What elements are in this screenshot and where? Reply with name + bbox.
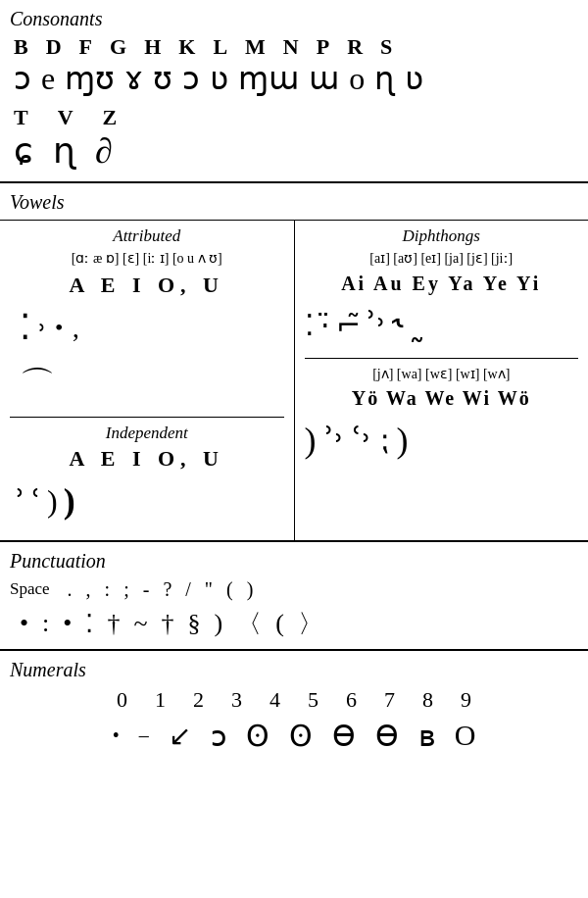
num-sym-9: O [455,719,476,752]
consonant-R: R [347,34,363,60]
punct-period: . [68,578,73,601]
indep-sym-3: ) [47,482,58,520]
diph2-sym-2: ʾ˒ [324,421,344,461]
diph-sym-4: ʾ˒ [367,305,386,345]
attr-sym-1: ⁚ [20,307,30,349]
indep-sym-2: ʿ [31,482,41,520]
consonant-D: D [46,34,62,60]
consonant-N: N [283,34,299,60]
sym-z: ∂ [95,130,113,172]
num-sym-3: ɔ [211,719,226,753]
num-sym-1: – [139,724,149,747]
punct-sym-12: 〉 [298,607,323,641]
digit-4: 4 [270,687,280,713]
consonants-symbols-row2: ɕ ɳ ∂ [10,130,578,172]
vowels-right-panel: Diphthongs [aɪ] [aʊ] [eɪ] [ja] [jɛ] [jiː… [295,221,589,540]
diphthongs2-latin: Yö Wa We Wi Wö [305,387,579,410]
sym-m: ɱɯ [238,60,299,97]
attributed-phonetic: [ɑː æ ɒ] [ɛ] [iː ɪ] [o u ʌ ʊ] [10,249,284,269]
sym-h: ʊ [153,60,172,97]
digit-3: 3 [231,687,242,713]
consonant-B: B [14,34,28,60]
num-sym-4: ʘ [246,719,270,753]
attr-sym-extra: ⌒ [10,361,284,409]
punctuation-section: Punctuation Space . , : ; - ? / " ( ) • … [0,542,588,651]
diph2-sym-1: ) [305,420,317,462]
numerals-title: Numerals [10,659,578,681]
attr-sym-4: ‚ [71,315,79,342]
consonant-P: P [317,34,329,60]
independent-title: Independent [10,424,284,443]
sym-f: ɱʊ [65,60,115,97]
sym-b: ɔ [14,60,31,97]
diph-sym-5: ˞ [392,305,403,345]
attr-sym-5: ⌒ [20,365,55,404]
consonant-K: K [178,34,195,60]
diphthongs-latin: Ai Au Ey Ya Ye Yi [305,273,579,295]
consonant-M: M [245,34,266,60]
punct-semicolon: ; [123,578,129,601]
sym-n: ɯ [309,60,339,97]
space-label: Space [10,579,50,599]
numerals-digits: 0 1 2 3 4 5 6 7 8 9 [10,687,578,713]
punct-sym-10: 〈 [236,607,262,641]
vowels-divider [10,417,284,418]
num-sym-7: Ɵ [375,719,399,753]
numerals-section: Numerals 0 1 2 3 4 5 6 7 8 9 • – ↙ ɔ ʘ ʘ… [0,651,588,761]
vowels-grid: Attributed [ɑː æ ɒ] [ɛ] [iː ɪ] [o u ʌ ʊ]… [0,220,588,540]
punct-sym-3: • [63,609,72,638]
punctuation-symbols-row: • : • ⁚ † ~ † § ) 〈 ( 〉 [10,607,578,641]
punct-lparen: ( [226,578,233,601]
punct-question: ? [163,578,172,601]
punct-sym-4: ⁚ [85,609,93,639]
punct-sym-9: ) [215,609,223,638]
diph2-sym-5: ) [397,420,409,462]
punct-slash: / [185,578,191,601]
digit-0: 0 [117,687,127,713]
punct-sym-8: § [188,609,201,638]
indep-sym-4: ) [64,480,75,523]
diph-sym-2: ·̈ [320,308,330,343]
attr-sym-3: • [55,314,63,342]
consonant-H: H [144,34,161,60]
diph-sym-6: ˷ [409,305,425,345]
attributed-latin: A E I O, U [10,273,284,298]
diphthongs2-phonetic: [jʌ] [wa] [wɛ] [wɪ] [wʌ] [305,365,579,384]
sym-d: e [41,61,55,97]
num-sym-6: Ɵ [332,719,356,753]
sym-t: ɕ [14,130,33,172]
diph2-sym-3: ʿ˒ [352,421,371,461]
consonant-F: F [79,34,92,60]
digit-9: 9 [461,687,471,713]
punct-sym-11: ( [275,609,284,638]
num-sym-5: ʘ [289,719,313,753]
numerals-symbols: • – ↙ ɔ ʘ ʘ Ɵ Ɵ ʙ O [10,719,578,753]
digit-1: 1 [155,687,166,713]
independent-symbols: ʾ ʿ ) ) [10,477,284,526]
punct-comma: , [86,578,91,601]
consonant-S: S [380,34,392,60]
punct-sym-7: † [162,609,174,638]
sym-k: ɔ [182,60,200,97]
punct-rparen: ) [247,578,254,601]
punctuation-title: Punctuation [10,550,578,573]
diphthongs-divider [305,358,579,359]
consonant-T: T [14,105,28,130]
consonants-latin-row1: B D F G H K L M N P R S [10,34,578,60]
punct-colon: : [105,578,111,601]
attr-sym-2: ˒ [38,312,47,345]
diph-sym-3: ⌐̃ [336,308,361,343]
vowels-section: Vowels Attributed [ɑː æ ɒ] [ɛ] [iː ɪ] [o… [0,183,588,542]
consonant-V: V [58,105,74,130]
num-sym-2: ↙ [169,720,191,752]
punct-quote: " [205,578,213,601]
consonant-Z: Z [103,105,118,130]
diph-sym-1: ⁚ [305,308,315,343]
sym-l: ʋ [210,60,228,97]
sym-p: o [349,61,365,97]
diphthongs-phonetic: [aɪ] [aʊ] [eɪ] [ja] [jɛ] [jiː] [305,249,579,269]
attributed-title: Attributed [10,226,284,246]
digit-7: 7 [384,687,395,713]
independent-latin: A E I O, U [10,446,284,472]
consonants-section: Consonants B D F G H K L M N P R S ɔ e ɱ… [0,0,588,183]
